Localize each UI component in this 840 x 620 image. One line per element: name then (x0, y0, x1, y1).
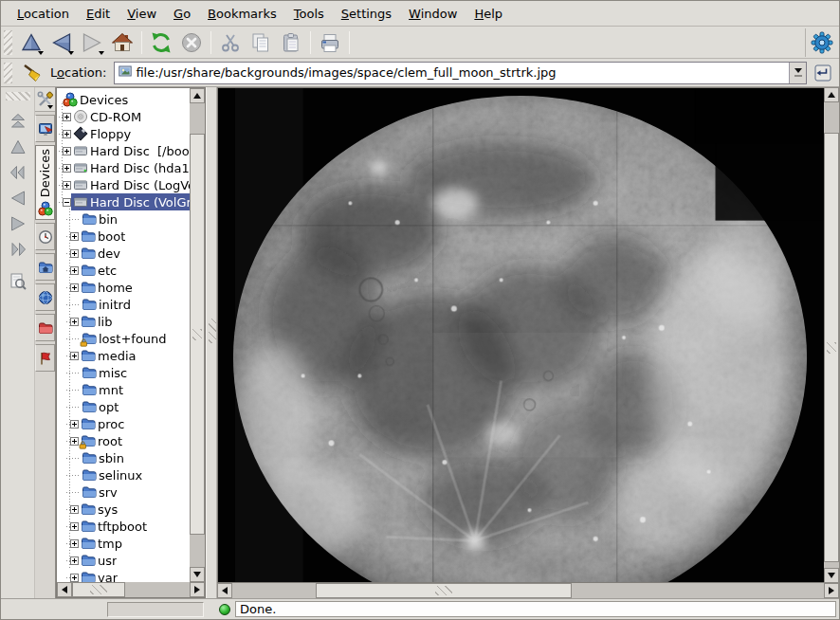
tree-row[interactable]: media (57, 347, 190, 364)
tree-expander-plus[interactable] (70, 266, 79, 275)
tree-item-label[interactable]: usr (98, 554, 117, 568)
tree-item-label[interactable]: srv (99, 485, 118, 500)
location-toolbar-drag-handle[interactable] (4, 63, 12, 83)
menu-help[interactable]: Help (466, 3, 511, 25)
scroll-down-button[interactable] (190, 567, 205, 582)
tree-expander-plus[interactable] (70, 232, 79, 241)
panel-splitter[interactable] (206, 87, 217, 598)
tree-row[interactable]: Hard Disc (hda1) [/ (57, 159, 190, 176)
tree-item-label[interactable]: home (98, 281, 133, 295)
location-combobox[interactable]: file:/usr/share/backgrounds/images/space… (114, 62, 807, 84)
tree-row[interactable]: lost+found (57, 330, 190, 347)
up-button[interactable] (17, 28, 46, 57)
tree-item-label[interactable]: proc (98, 417, 124, 431)
tree-row[interactable]: sys (57, 501, 190, 518)
sidebar-tab-devices[interactable]: Devices (35, 145, 55, 220)
tree-row[interactable]: lib (57, 313, 190, 330)
tree-expander-plus[interactable] (70, 352, 79, 360)
forward-button[interactable] (78, 28, 106, 57)
tree-row[interactable]: tftpboot (57, 518, 190, 535)
menu-bookmarks[interactable]: Bookmarks (199, 3, 285, 25)
tree-item-label[interactable]: opt (99, 400, 119, 414)
tree-row[interactable]: tmp (57, 535, 190, 552)
tree-expander-plus[interactable] (63, 181, 71, 190)
tree-row[interactable]: misc (57, 364, 190, 381)
menu-location[interactable]: Location (9, 3, 78, 25)
tree-item-label[interactable]: sys (98, 502, 118, 517)
tree-horizontal-scrollbar[interactable] (57, 582, 205, 597)
menu-go[interactable]: Go (165, 3, 199, 25)
menu-tools[interactable]: Tools (285, 3, 333, 25)
tree-item-label[interactable]: Hard Disc (VolGrou (90, 195, 190, 210)
tree-row[interactable]: srv (57, 483, 190, 501)
scroll-left-button[interactable] (57, 582, 72, 597)
tree-row[interactable]: boot (57, 228, 190, 245)
sidebar-tab-services[interactable] (35, 344, 55, 372)
tree-item-label[interactable]: Hard Disc [/boot] (90, 144, 190, 158)
tree-item-label[interactable]: Devices (80, 93, 128, 107)
tree-expander-plus[interactable] (63, 113, 71, 121)
tree-row[interactable]: Hard Disc (VolGrou (57, 193, 190, 210)
tree-item-label[interactable]: Hard Disc (LogVol0 (90, 178, 190, 192)
tree-item-label[interactable]: Hard Disc (hda1) [/ (90, 161, 190, 175)
tree-expander-plus[interactable] (70, 505, 79, 514)
nav-up-double-button[interactable] (4, 108, 32, 134)
tree-row[interactable]: Devices (57, 91, 190, 108)
tree-item-label[interactable]: lost+found (99, 332, 167, 346)
tree-row[interactable]: dev (57, 245, 190, 262)
sidebar-tab-history[interactable] (35, 223, 55, 250)
tree-expander-plus[interactable] (70, 539, 79, 548)
reload-button[interactable] (147, 28, 175, 57)
scrollbar-thumb[interactable] (316, 583, 572, 598)
scroll-right-button[interactable] (824, 583, 839, 598)
view-vertical-scrollbar[interactable] (824, 87, 839, 583)
tree-item-label[interactable]: dev (98, 246, 120, 261)
back-dropdown-arrow-icon[interactable] (68, 51, 74, 55)
tree-item-label[interactable]: etc (98, 264, 117, 278)
menu-view[interactable]: View (119, 3, 165, 25)
tree-item-label[interactable]: tftpboot (98, 520, 147, 534)
tree-row[interactable]: bin (57, 210, 190, 228)
tree-item-label[interactable]: initrd (99, 298, 131, 312)
tree-expander-plus[interactable] (70, 522, 79, 531)
scroll-left-button[interactable] (217, 583, 232, 598)
forward-dropdown-arrow-icon[interactable] (99, 51, 104, 55)
tree-item-label[interactable]: lib (98, 315, 112, 329)
tree-row[interactable]: Hard Disc (LogVol0 (57, 176, 190, 193)
paste-button[interactable] (277, 28, 305, 57)
nav-forward-button[interactable] (4, 210, 32, 236)
tree-expander-plus[interactable] (70, 437, 79, 446)
tree-item-label[interactable]: misc (99, 366, 127, 380)
print-button[interactable] (316, 28, 344, 57)
tree-row[interactable]: Floppy (57, 125, 190, 142)
moon-image[interactable] (217, 87, 824, 583)
tree-item-label[interactable]: selinux (99, 468, 142, 483)
tree-row[interactable]: var (57, 569, 190, 582)
tree-row[interactable]: etc (57, 262, 190, 279)
stop-button[interactable] (177, 28, 206, 57)
tree-row[interactable]: selinux (57, 466, 190, 483)
tree-row[interactable]: proc (57, 415, 190, 432)
tree-item-label[interactable]: sbin (99, 451, 124, 465)
sidebar-tab-system[interactable] (35, 115, 55, 142)
tree-expander-plus[interactable] (63, 147, 71, 155)
tree-row[interactable]: usr (57, 552, 190, 569)
tree-item-label[interactable]: CD-ROM (90, 110, 141, 124)
tree-row[interactable]: initrd (57, 296, 190, 313)
go-button[interactable] (811, 61, 835, 85)
location-dropdown-button[interactable] (789, 63, 806, 83)
tree-item-label[interactable]: bin (99, 212, 118, 227)
menu-settings[interactable]: Settings (333, 3, 400, 25)
clear-location-button[interactable] (20, 61, 45, 85)
tree-expander-plus[interactable] (70, 574, 79, 582)
tree-row[interactable]: Hard Disc [/boot] (57, 142, 190, 159)
nav-back-double-button[interactable] (4, 159, 32, 185)
toolbar-drag-handle[interactable] (4, 30, 12, 55)
nav-back-button[interactable] (4, 185, 32, 210)
tree-item-label[interactable]: boot (98, 229, 125, 244)
copy-button[interactable] (247, 28, 275, 57)
scroll-right-button[interactable] (190, 582, 205, 597)
tree-vertical-scrollbar[interactable] (190, 88, 205, 582)
tree-expander-plus[interactable] (63, 164, 71, 173)
tree-expander-plus[interactable] (70, 318, 79, 326)
